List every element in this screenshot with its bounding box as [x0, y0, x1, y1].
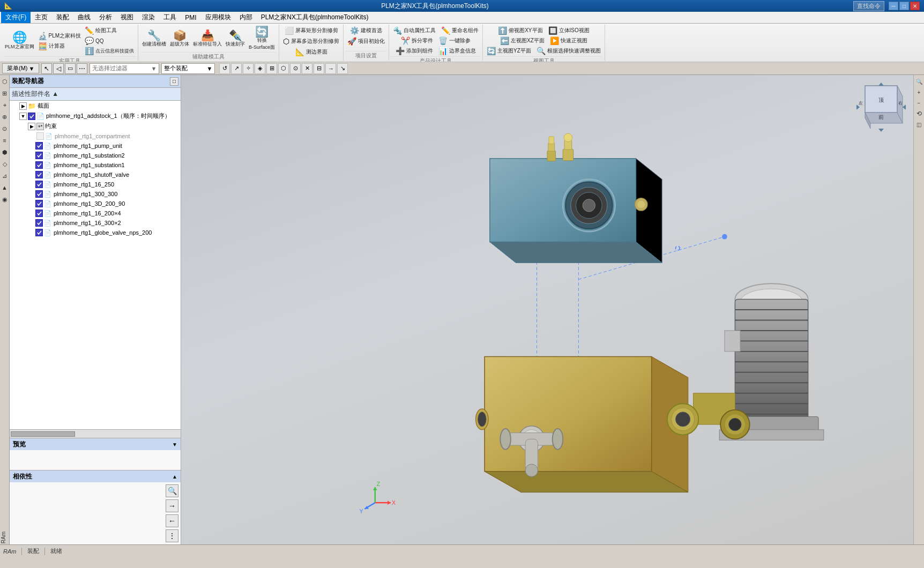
project-init-btn[interactable]: 🚀 项目初始化 — [346, 36, 386, 46]
tree-area[interactable]: ▶ 📁 截面 ▼ 📄 plmhome_rtg1_addstock_1（顺序：时间… — [10, 101, 181, 429]
quick-adjust-btn[interactable]: 🔍 根据选择快速调整视图 — [535, 46, 602, 56]
vtool-6[interactable]: ≡ — [1, 135, 9, 146]
plm-home-btn[interactable]: 🌐 PLM之家官网 — [3, 31, 36, 51]
add-to-component-btn[interactable]: ➕ 添加到组件 — [394, 46, 435, 56]
convert-bsurface-btn[interactable]: 🔄 转换 B-Surface面 — [247, 26, 277, 51]
tree-node-compartment[interactable]: ▶ 📄 plmhome_rtg1_compartment — [10, 131, 181, 141]
menu-item-appmodule[interactable]: 应用模块 — [201, 12, 235, 23]
minimize-button[interactable]: ─ — [889, 2, 898, 10]
section-expand-icon[interactable]: ▶ — [19, 102, 27, 110]
tree-node-3d20090[interactable]: 📄 plmhome_rtg1_3D_200_90 — [10, 199, 181, 208]
more-icon[interactable]: ⋯ — [77, 63, 87, 74]
menu-item-view[interactable]: 视图 — [116, 12, 138, 23]
tree-node-16250[interactable]: 📄 plmhome_rtg1_16_250 — [10, 180, 181, 189]
menu-item-plm[interactable]: PLM之家NX工具包(plmhomeToolKits) — [257, 12, 373, 23]
vtool-1[interactable]: ⬡ — [1, 76, 9, 87]
related-next-btn[interactable]: → — [166, 499, 178, 512]
vtool-9[interactable]: ⊿ — [1, 170, 9, 181]
plm-science-btn[interactable]: 🔬 PLM之家科技 — [36, 31, 83, 41]
pointcloud-btn[interactable]: ℹ️ 点云信息科技提供 — [83, 46, 136, 56]
sidebar-hscroll-bar[interactable] — [10, 429, 181, 438]
menu-item-curve[interactable]: 曲线 — [73, 12, 95, 23]
quick-front-btn[interactable]: ▶️ 快速正视图 — [548, 36, 589, 46]
t6[interactable]: ⬡ — [278, 63, 289, 74]
calculator-btn[interactable]: 🧮 计算器 — [36, 41, 83, 51]
drawing-tools-btn[interactable]: ✏️ 绘图工具 — [83, 26, 136, 35]
select-box-icon[interactable]: ▭ — [65, 63, 76, 74]
tree-node-constraint[interactable]: ▶ +* 约束 — [10, 121, 181, 131]
measure-boundary-btn[interactable]: 📐 测边界面 — [294, 47, 329, 57]
t8[interactable]: ✕ — [302, 63, 312, 74]
related-collapse-icon[interactable]: ▲ — [172, 474, 177, 480]
t7[interactable]: ⊙ — [290, 63, 301, 74]
menu-item-pmi[interactable]: PMI — [181, 13, 200, 23]
tree-node-300300[interactable]: 📄 plmhome_rtg1_300_300 — [10, 189, 181, 199]
vtool-11[interactable]: ◉ — [1, 194, 9, 205]
menu-item-render[interactable]: 渲染 — [138, 12, 159, 23]
menu-item-internal[interactable]: 内部 — [235, 12, 257, 23]
rename-component-btn[interactable]: ✏️ 重命名组件 — [439, 26, 480, 35]
create-root-slot-btn[interactable]: 🔧 创建清根槽 — [140, 29, 168, 48]
related-header[interactable]: 相依性 ▲ — [10, 470, 181, 482]
viewport[interactable]: X Z Y 顶 左 右 前 — [181, 75, 913, 544]
rstrip-4[interactable]: ⟲ — [914, 109, 924, 118]
tree-node-16200x4[interactable]: 📄 plmhome_rtg1_16_200×4 — [10, 208, 181, 218]
t3[interactable]: ✧ — [243, 63, 254, 74]
constraint-expand-icon[interactable]: ▶ — [28, 123, 35, 130]
menu-dropdown[interactable]: 菜单(M) ▼ — [2, 63, 39, 73]
assembly-expand-icon[interactable]: ▼ — [19, 113, 27, 120]
vtool-7[interactable]: ⬢ — [1, 147, 9, 158]
split-part-btn[interactable]: ✂️ 拆分零件 — [399, 36, 435, 46]
t10[interactable]: → — [325, 63, 336, 74]
remove-param-btn[interactable]: 🗑️ 一键除参 — [437, 36, 472, 46]
hscroll-thumb[interactable] — [11, 431, 75, 437]
t4[interactable]: ◈ — [255, 63, 265, 74]
tree-node-assembly[interactable]: ▼ 📄 plmhome_rtg1_addstock_1（顺序：时间顺序） — [10, 111, 181, 121]
super-box-btn[interactable]: 📦 超级方体 — [168, 29, 191, 48]
t9[interactable]: ⊟ — [314, 63, 324, 74]
scope-dropdown[interactable]: 整个装配 ▼ — [161, 63, 215, 74]
rstrip-1[interactable]: 🔍 — [914, 77, 924, 86]
rstrip-5[interactable]: ◫ — [914, 119, 924, 129]
rect-split-btn[interactable]: ⬜ 屏幕矩形分割修剪 — [283, 26, 340, 35]
poly-split-btn[interactable]: ⬡ 屏幕多边形分割修剪 — [281, 36, 341, 46]
preview-header[interactable]: 预览 ▼ — [10, 438, 181, 450]
nav-close-btn[interactable]: □ — [170, 77, 178, 86]
t11[interactable]: ↘ — [337, 63, 348, 74]
vtool-2[interactable]: ⊞ — [1, 88, 9, 99]
tree-node-shutoff[interactable]: 📄 plmhome_rtg1_shutoff_valve — [10, 170, 181, 180]
t1[interactable]: ↺ — [219, 63, 230, 74]
related-search-btn[interactable]: 🔍 — [166, 484, 178, 497]
window-search[interactable]: 直找命令 — [853, 1, 884, 11]
qq-btn[interactable]: 💬 QQ — [83, 36, 136, 46]
tree-node-16300x2[interactable]: 📄 plmhome_rtg1_16_300×2 — [10, 218, 181, 228]
vtool-8[interactable]: ◇ — [1, 159, 9, 169]
menu-item-analysis[interactable]: 分析 — [95, 12, 116, 23]
vtool-4[interactable]: ⊕ — [1, 111, 9, 122]
tree-node-pump[interactable]: 📄 plmhome_rtg1_pump_unit — [10, 141, 181, 151]
quick-engrave-btn[interactable]: ✒️ 快速刻字 — [224, 29, 247, 48]
related-prev-btn[interactable]: ← — [166, 514, 178, 527]
select-icon[interactable]: ↖ — [41, 63, 52, 74]
filter-input[interactable]: 无选择过滤器 ▼ — [90, 63, 159, 74]
menu-item-tools[interactable]: 工具 — [159, 12, 181, 23]
tree-node-section[interactable]: ▶ 📁 截面 — [10, 101, 181, 111]
rstrip-3[interactable]: − — [914, 98, 924, 108]
menu-item-home[interactable]: 主页 — [31, 12, 52, 23]
std-feature-import-btn[interactable]: 📥 标准特征导入 — [191, 29, 223, 48]
modeling-pref-btn[interactable]: ⚙️ 建模首选 — [348, 26, 384, 35]
tree-node-globe-valve[interactable]: 📄 plmhome_rtg1_globe_valve_nps_200 — [10, 228, 181, 237]
menu-item-file[interactable]: 文件(F) — [1, 12, 31, 23]
bbox-info-btn[interactable]: 📊 边界盒信息 — [437, 46, 478, 56]
related-dots-btn[interactable]: ⋮ — [166, 529, 178, 542]
vtool-5[interactable]: ⊙ — [1, 123, 9, 134]
vtool-3[interactable]: ⌖ — [1, 100, 9, 110]
vtool-10[interactable]: ▲ — [1, 182, 9, 193]
top-view-btn[interactable]: ⬆️ 俯视图XY平面 — [496, 26, 544, 35]
left-view-btn[interactable]: ⬅️ 左视图XZ平面 — [498, 36, 546, 46]
main-view-btn[interactable]: 🔄 主视图YZ平面 — [485, 46, 533, 56]
t2[interactable]: ↗ — [231, 63, 242, 74]
maximize-button[interactable]: □ — [899, 2, 909, 10]
tree-node-sub2[interactable]: 📄 plmhome_rtg1_substation2 — [10, 151, 181, 160]
rstrip-2[interactable]: + — [914, 87, 924, 97]
